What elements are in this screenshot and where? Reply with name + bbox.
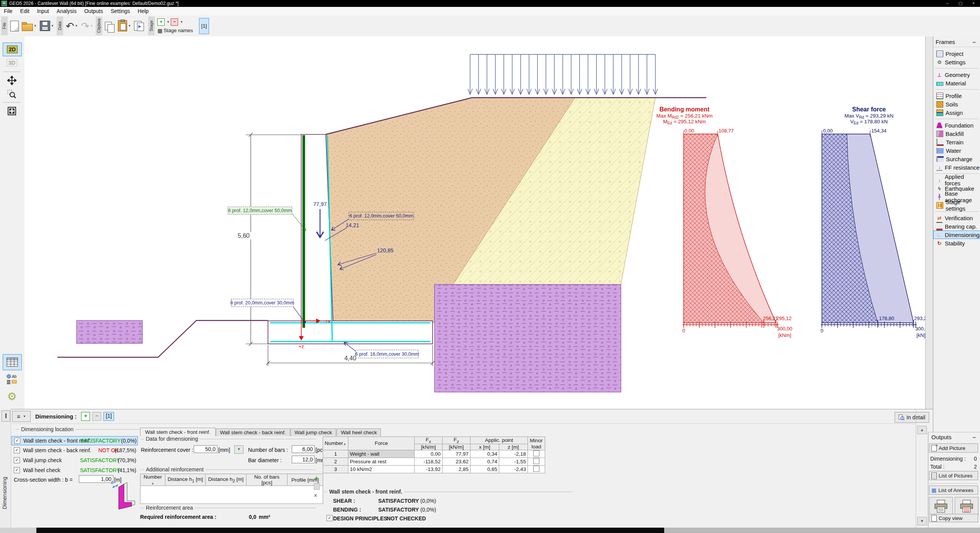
minimize-button[interactable]: –: [941, 0, 954, 7]
maximize-button[interactable]: ▢: [954, 0, 967, 7]
scroll-down-button[interactable]: ▼: [917, 517, 927, 525]
print-document-button[interactable]: [955, 497, 978, 515]
frame-item-water[interactable]: Water: [933, 146, 980, 155]
in-detail-button[interactable]: In detail: [895, 412, 929, 423]
frame-item-verification[interactable]: ⇄Verification: [933, 214, 980, 222]
check-row-back-reinf[interactable]: Wall stem check - back reinf. NOT OK. (1…: [11, 446, 137, 455]
additional-table-empty[interactable]: [140, 486, 323, 504]
scroll-up-button[interactable]: ▲: [917, 426, 927, 434]
frame-item-geometry[interactable]: ⊥Geometry: [933, 70, 980, 79]
copy-picture-button[interactable]: [132, 17, 147, 35]
frame-item-settings[interactable]: ⚙Settings: [933, 58, 980, 66]
col-distance-h1[interactable]: Distance h1 [m]: [165, 474, 206, 486]
cover-input[interactable]: 50,0: [194, 445, 217, 453]
force-col-fz[interactable]: Fz: [442, 437, 470, 444]
stage-tab-1[interactable]: [1]: [199, 18, 209, 34]
add-dimensioning-button[interactable]: +: [81, 412, 90, 421]
panel-collapse-button[interactable]: ❙: [2, 410, 10, 422]
pan-button[interactable]: [3, 74, 21, 87]
check-row-front-reinf[interactable]: Wall stem check - front reinf. SATISFACT…: [11, 436, 138, 445]
force-col-number[interactable]: Number▲: [323, 437, 348, 450]
col-no-of-bars[interactable]: No. of bars [pcs]: [247, 474, 287, 486]
minor-load-checkbox-2[interactable]: [533, 458, 539, 464]
stage-names-button[interactable]: ▦ Stage names: [157, 28, 193, 34]
view-2d-button[interactable]: 2D: [3, 43, 22, 56]
menu-settings[interactable]: Settings: [107, 7, 134, 15]
remove-stage-dropdown-icon[interactable]: ▼: [180, 20, 183, 24]
drawing-settings-button[interactable]: Ab: [3, 371, 21, 387]
force-col-minor[interactable]: Minor: [528, 437, 545, 444]
frame-item-profile[interactable]: Profile: [933, 92, 980, 100]
frame-item-project[interactable]: Project: [933, 49, 980, 58]
col-distance-h2[interactable]: Distance h2 [m]: [206, 474, 247, 486]
col-number[interactable]: Number ▲: [140, 474, 165, 486]
options-button[interactable]: ⚙: [3, 389, 21, 404]
add-stage-button[interactable]: +: [157, 18, 165, 26]
open-file-button[interactable]: ▼: [20, 17, 38, 35]
frames-minimize-button[interactable]: –: [971, 39, 977, 45]
menu-help[interactable]: Help: [134, 7, 153, 15]
close-button[interactable]: ×: [967, 0, 980, 7]
frame-item-dimensioning[interactable]: ∟Dimensioning: [933, 231, 980, 239]
cross-section-input[interactable]: 1,00: [79, 475, 113, 483]
fit-to-screen-button[interactable]: [3, 105, 21, 118]
bars-input[interactable]: 6,00: [292, 445, 315, 453]
tab-back-reinf[interactable]: Wall stem check - back reinf.: [216, 428, 290, 436]
new-file-button[interactable]: [9, 17, 20, 35]
tab-wall-jump[interactable]: Wall jump check: [291, 428, 336, 436]
location-list-button[interactable]: ≡▼: [12, 411, 31, 422]
delete-reinforcement-button[interactable]: ×: [314, 492, 317, 499]
minor-load-checkbox-3[interactable]: [533, 466, 539, 472]
menu-file[interactable]: File: [0, 7, 16, 15]
view-3d-button[interactable]: 3D: [3, 56, 21, 69]
frame-item-applied-forces[interactable]: ↓Applied forces: [933, 176, 980, 184]
cover-dropdown-button[interactable]: ▼: [234, 445, 243, 454]
outputs-minimize-button[interactable]: –: [971, 434, 977, 440]
copy-reinforcement-button[interactable]: [314, 483, 320, 490]
menu-input[interactable]: Input: [33, 7, 53, 15]
frame-item-assign[interactable]: Assign: [933, 108, 980, 117]
force-col-applic[interactable]: Applic. point: [470, 437, 528, 444]
frame-item-terrain[interactable]: Terrain: [933, 138, 980, 146]
frame-item-surcharge[interactable]: Surcharge: [933, 155, 980, 163]
add-reinforcement-button[interactable]: ＋: [313, 474, 320, 482]
frame-item-backfill[interactable]: Backfill: [933, 129, 980, 138]
undo-dropdown-icon[interactable]: ▼: [75, 24, 78, 28]
force-col-force[interactable]: Force: [348, 437, 414, 450]
list-of-annexes-button[interactable]: ▦List of Annexes: [929, 486, 978, 495]
frame-item-foundation[interactable]: Foundation: [933, 121, 980, 129]
menu-outputs[interactable]: Outputs: [80, 7, 107, 15]
paste-dropdown-icon[interactable]: ▼: [128, 24, 131, 28]
checkbox-back-reinf[interactable]: [14, 447, 20, 453]
force-row-2[interactable]: 2 Pressure at rest -118,52 23,62 0,74 -1…: [323, 458, 545, 465]
remove-stage-button[interactable]: −: [171, 18, 178, 26]
panel-splitter[interactable]: [925, 36, 933, 432]
zoom-button[interactable]: [3, 88, 21, 101]
design-principles-checkbox[interactable]: [327, 515, 333, 521]
open-dropdown-icon[interactable]: ▼: [34, 24, 37, 28]
redo-dropdown-icon[interactable]: ▼: [90, 24, 93, 28]
frame-item-stability[interactable]: ↻Stability: [933, 239, 980, 247]
redo-button[interactable]: ↷▼: [80, 17, 95, 35]
save-dropdown-icon[interactable]: ▼: [51, 24, 54, 28]
table-view-button[interactable]: [3, 354, 22, 370]
checkbox-wall-heel[interactable]: [14, 467, 20, 473]
minor-load-checkbox-1[interactable]: [533, 450, 539, 456]
save-file-button[interactable]: ▼: [38, 17, 56, 35]
diameter-input[interactable]: 12,0: [292, 456, 315, 463]
check-row-wall-jump[interactable]: Wall jump check SATISFACTORY (70,3%): [11, 456, 137, 464]
paste-button[interactable]: ▼: [116, 17, 132, 35]
frame-item-stage-settings[interactable]: 12Stage settings: [933, 201, 980, 209]
add-picture-button[interactable]: Add Picture: [929, 443, 978, 453]
checkbox-front-reinf[interactable]: [14, 438, 20, 444]
checkbox-wall-jump[interactable]: [14, 457, 20, 463]
remove-dimensioning-button[interactable]: −: [92, 412, 101, 421]
force-col-fx[interactable]: Fx: [414, 437, 442, 444]
print-picture-button[interactable]: [929, 497, 953, 515]
copy-view-button[interactable]: Copy view: [929, 514, 978, 522]
add-stage-dropdown-icon[interactable]: ▼: [167, 20, 170, 24]
frame-item-material[interactable]: Material: [933, 79, 980, 87]
tab-wall-heel[interactable]: Wall heel check: [336, 428, 381, 436]
force-row-3[interactable]: 3 10 kN/m2 -13,92 2,85 0,65 -2,43: [323, 465, 545, 473]
check-row-wall-heel[interactable]: Wall heel check SATISFACTORY (41,1%): [11, 466, 137, 474]
